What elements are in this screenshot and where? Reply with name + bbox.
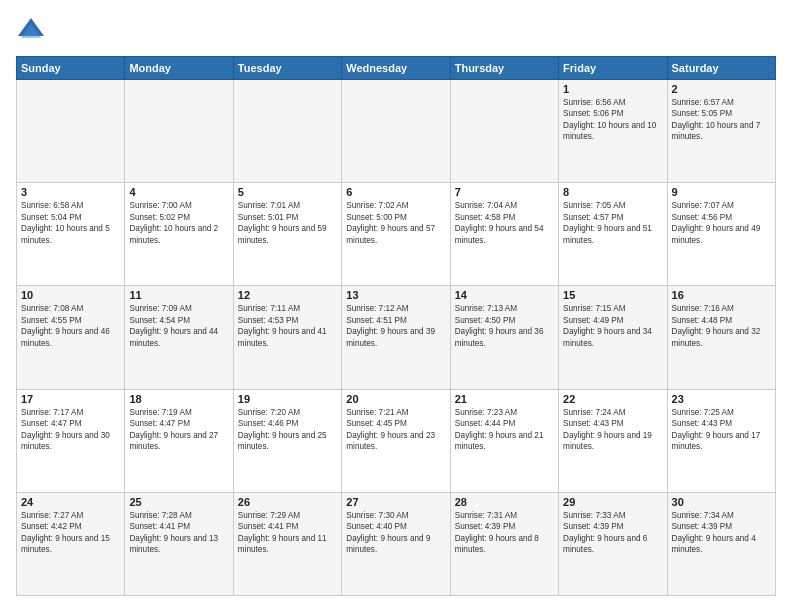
calendar-cell: 17Sunrise: 7:17 AM Sunset: 4:47 PM Dayli…: [17, 389, 125, 492]
day-info: Sunrise: 7:08 AM Sunset: 4:55 PM Dayligh…: [21, 303, 120, 349]
calendar-week-1: 1Sunrise: 6:56 AM Sunset: 5:06 PM Daylig…: [17, 80, 776, 183]
day-number: 11: [129, 289, 228, 301]
day-info: Sunrise: 7:24 AM Sunset: 4:43 PM Dayligh…: [563, 407, 662, 453]
calendar-cell: 29Sunrise: 7:33 AM Sunset: 4:39 PM Dayli…: [559, 492, 667, 595]
calendar-cell: 21Sunrise: 7:23 AM Sunset: 4:44 PM Dayli…: [450, 389, 558, 492]
day-info: Sunrise: 7:11 AM Sunset: 4:53 PM Dayligh…: [238, 303, 337, 349]
calendar-header-thursday: Thursday: [450, 57, 558, 80]
day-info: Sunrise: 7:29 AM Sunset: 4:41 PM Dayligh…: [238, 510, 337, 556]
day-number: 12: [238, 289, 337, 301]
day-number: 30: [672, 496, 771, 508]
calendar-cell: 6Sunrise: 7:02 AM Sunset: 5:00 PM Daylig…: [342, 183, 450, 286]
day-number: 17: [21, 393, 120, 405]
day-number: 4: [129, 186, 228, 198]
calendar: SundayMondayTuesdayWednesdayThursdayFrid…: [16, 56, 776, 596]
day-number: 14: [455, 289, 554, 301]
day-info: Sunrise: 7:30 AM Sunset: 4:40 PM Dayligh…: [346, 510, 445, 556]
day-info: Sunrise: 6:58 AM Sunset: 5:04 PM Dayligh…: [21, 200, 120, 246]
day-info: Sunrise: 6:57 AM Sunset: 5:05 PM Dayligh…: [672, 97, 771, 143]
day-number: 8: [563, 186, 662, 198]
day-number: 5: [238, 186, 337, 198]
calendar-cell: 30Sunrise: 7:34 AM Sunset: 4:39 PM Dayli…: [667, 492, 775, 595]
day-info: Sunrise: 7:19 AM Sunset: 4:47 PM Dayligh…: [129, 407, 228, 453]
day-number: 27: [346, 496, 445, 508]
calendar-cell: 5Sunrise: 7:01 AM Sunset: 5:01 PM Daylig…: [233, 183, 341, 286]
day-info: Sunrise: 7:02 AM Sunset: 5:00 PM Dayligh…: [346, 200, 445, 246]
day-info: Sunrise: 7:28 AM Sunset: 4:41 PM Dayligh…: [129, 510, 228, 556]
day-number: 7: [455, 186, 554, 198]
day-info: Sunrise: 7:17 AM Sunset: 4:47 PM Dayligh…: [21, 407, 120, 453]
calendar-cell: 23Sunrise: 7:25 AM Sunset: 4:43 PM Dayli…: [667, 389, 775, 492]
calendar-cell: 28Sunrise: 7:31 AM Sunset: 4:39 PM Dayli…: [450, 492, 558, 595]
day-number: 6: [346, 186, 445, 198]
calendar-cell: [17, 80, 125, 183]
day-number: 9: [672, 186, 771, 198]
day-number: 25: [129, 496, 228, 508]
calendar-week-5: 24Sunrise: 7:27 AM Sunset: 4:42 PM Dayli…: [17, 492, 776, 595]
calendar-cell: 4Sunrise: 7:00 AM Sunset: 5:02 PM Daylig…: [125, 183, 233, 286]
day-number: 24: [21, 496, 120, 508]
calendar-header-row: SundayMondayTuesdayWednesdayThursdayFrid…: [17, 57, 776, 80]
calendar-cell: [233, 80, 341, 183]
day-info: Sunrise: 6:56 AM Sunset: 5:06 PM Dayligh…: [563, 97, 662, 143]
calendar-cell: 10Sunrise: 7:08 AM Sunset: 4:55 PM Dayli…: [17, 286, 125, 389]
day-info: Sunrise: 7:07 AM Sunset: 4:56 PM Dayligh…: [672, 200, 771, 246]
day-info: Sunrise: 7:00 AM Sunset: 5:02 PM Dayligh…: [129, 200, 228, 246]
day-number: 3: [21, 186, 120, 198]
calendar-cell: 24Sunrise: 7:27 AM Sunset: 4:42 PM Dayli…: [17, 492, 125, 595]
calendar-cell: 19Sunrise: 7:20 AM Sunset: 4:46 PM Dayli…: [233, 389, 341, 492]
day-number: 20: [346, 393, 445, 405]
calendar-cell: [342, 80, 450, 183]
calendar-cell: 7Sunrise: 7:04 AM Sunset: 4:58 PM Daylig…: [450, 183, 558, 286]
day-number: 18: [129, 393, 228, 405]
day-info: Sunrise: 7:31 AM Sunset: 4:39 PM Dayligh…: [455, 510, 554, 556]
calendar-week-3: 10Sunrise: 7:08 AM Sunset: 4:55 PM Dayli…: [17, 286, 776, 389]
calendar-cell: 27Sunrise: 7:30 AM Sunset: 4:40 PM Dayli…: [342, 492, 450, 595]
day-number: 1: [563, 83, 662, 95]
day-number: 15: [563, 289, 662, 301]
calendar-week-2: 3Sunrise: 6:58 AM Sunset: 5:04 PM Daylig…: [17, 183, 776, 286]
day-info: Sunrise: 7:16 AM Sunset: 4:48 PM Dayligh…: [672, 303, 771, 349]
calendar-week-4: 17Sunrise: 7:17 AM Sunset: 4:47 PM Dayli…: [17, 389, 776, 492]
day-number: 13: [346, 289, 445, 301]
day-info: Sunrise: 7:01 AM Sunset: 5:01 PM Dayligh…: [238, 200, 337, 246]
calendar-cell: 20Sunrise: 7:21 AM Sunset: 4:45 PM Dayli…: [342, 389, 450, 492]
calendar-cell: 22Sunrise: 7:24 AM Sunset: 4:43 PM Dayli…: [559, 389, 667, 492]
calendar-cell: 14Sunrise: 7:13 AM Sunset: 4:50 PM Dayli…: [450, 286, 558, 389]
day-info: Sunrise: 7:15 AM Sunset: 4:49 PM Dayligh…: [563, 303, 662, 349]
calendar-cell: 9Sunrise: 7:07 AM Sunset: 4:56 PM Daylig…: [667, 183, 775, 286]
day-info: Sunrise: 7:23 AM Sunset: 4:44 PM Dayligh…: [455, 407, 554, 453]
calendar-header-sunday: Sunday: [17, 57, 125, 80]
day-number: 23: [672, 393, 771, 405]
calendar-cell: 26Sunrise: 7:29 AM Sunset: 4:41 PM Dayli…: [233, 492, 341, 595]
calendar-cell: [450, 80, 558, 183]
day-info: Sunrise: 7:33 AM Sunset: 4:39 PM Dayligh…: [563, 510, 662, 556]
day-number: 2: [672, 83, 771, 95]
calendar-cell: 2Sunrise: 6:57 AM Sunset: 5:05 PM Daylig…: [667, 80, 775, 183]
day-number: 26: [238, 496, 337, 508]
day-number: 16: [672, 289, 771, 301]
calendar-cell: 18Sunrise: 7:19 AM Sunset: 4:47 PM Dayli…: [125, 389, 233, 492]
calendar-cell: 16Sunrise: 7:16 AM Sunset: 4:48 PM Dayli…: [667, 286, 775, 389]
logo: [16, 16, 48, 46]
day-info: Sunrise: 7:05 AM Sunset: 4:57 PM Dayligh…: [563, 200, 662, 246]
calendar-cell: 25Sunrise: 7:28 AM Sunset: 4:41 PM Dayli…: [125, 492, 233, 595]
calendar-cell: 3Sunrise: 6:58 AM Sunset: 5:04 PM Daylig…: [17, 183, 125, 286]
day-number: 21: [455, 393, 554, 405]
day-info: Sunrise: 7:04 AM Sunset: 4:58 PM Dayligh…: [455, 200, 554, 246]
calendar-cell: 11Sunrise: 7:09 AM Sunset: 4:54 PM Dayli…: [125, 286, 233, 389]
calendar-header-monday: Monday: [125, 57, 233, 80]
day-info: Sunrise: 7:21 AM Sunset: 4:45 PM Dayligh…: [346, 407, 445, 453]
day-info: Sunrise: 7:12 AM Sunset: 4:51 PM Dayligh…: [346, 303, 445, 349]
calendar-cell: 12Sunrise: 7:11 AM Sunset: 4:53 PM Dayli…: [233, 286, 341, 389]
logo-icon: [16, 16, 46, 46]
calendar-header-tuesday: Tuesday: [233, 57, 341, 80]
calendar-cell: 15Sunrise: 7:15 AM Sunset: 4:49 PM Dayli…: [559, 286, 667, 389]
day-number: 29: [563, 496, 662, 508]
day-number: 22: [563, 393, 662, 405]
day-info: Sunrise: 7:09 AM Sunset: 4:54 PM Dayligh…: [129, 303, 228, 349]
day-info: Sunrise: 7:34 AM Sunset: 4:39 PM Dayligh…: [672, 510, 771, 556]
calendar-cell: 8Sunrise: 7:05 AM Sunset: 4:57 PM Daylig…: [559, 183, 667, 286]
calendar-cell: [125, 80, 233, 183]
day-number: 28: [455, 496, 554, 508]
